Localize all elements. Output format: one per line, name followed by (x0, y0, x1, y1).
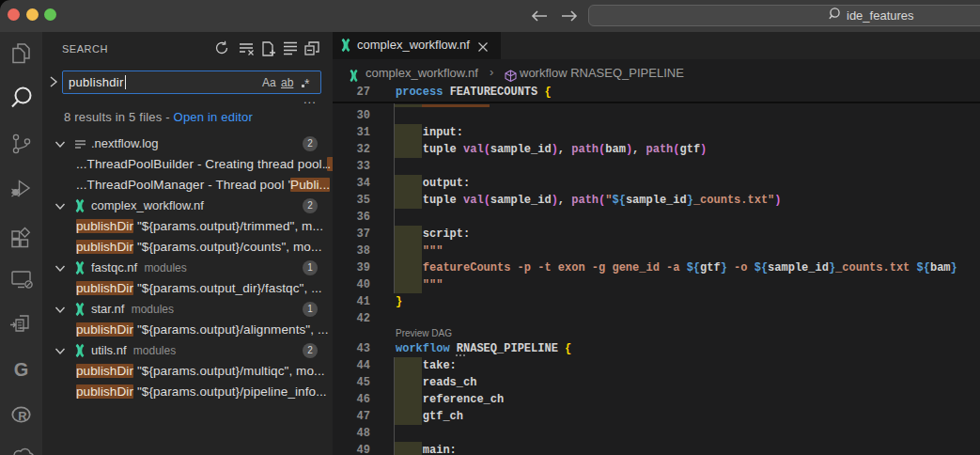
svg-text:G: G (14, 359, 29, 380)
svg-text:R: R (18, 409, 27, 423)
